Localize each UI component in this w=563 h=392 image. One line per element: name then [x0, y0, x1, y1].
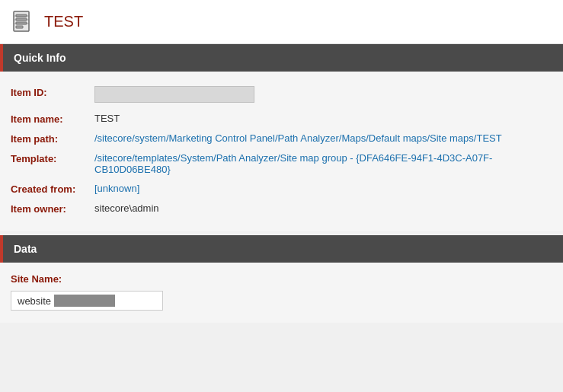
item-name-row: Item name: TEST — [11, 109, 552, 129]
template-value[interactable]: /sitecore/templates/System/Path Analyzer… — [94, 152, 552, 175]
item-id-input-display — [94, 86, 254, 103]
item-path-value[interactable]: /sitecore/system/Marketing Control Panel… — [94, 132, 552, 144]
item-owner-label: Item owner: — [11, 202, 94, 215]
item-owner-row: Item owner: sitecore\admin — [11, 199, 552, 218]
data-section-header: Data — [0, 235, 563, 263]
quick-info-section-header: Quick Info — [0, 44, 563, 72]
quick-info-label: Quick Info — [14, 52, 66, 64]
document-lines-icon — [11, 10, 35, 34]
item-path-row: Item path: /sitecore/system/Marketing Co… — [11, 129, 552, 148]
item-id-label: Item ID: — [11, 86, 94, 98]
page-title: TEST — [44, 13, 83, 30]
item-id-row: Item ID: — [11, 82, 552, 109]
created-from-value: [unknown] — [94, 183, 552, 194]
item-name-value: TEST — [94, 113, 552, 124]
site-name-input-row: website — [11, 291, 163, 311]
site-name-field-label: Site Name: — [11, 273, 552, 285]
created-from-label: Created from: — [11, 183, 94, 195]
site-name-input-display[interactable] — [54, 295, 115, 307]
svg-rect-2 — [16, 18, 27, 21]
item-id-value — [94, 86, 552, 105]
template-row: Template: /sitecore/templates/System/Pat… — [11, 148, 552, 179]
svg-rect-1 — [16, 14, 27, 17]
quick-info-content: Item ID: Item name: TEST Item path: /sit… — [0, 72, 563, 231]
item-path-label: Item path: — [11, 132, 94, 145]
app-header: TEST — [0, 0, 563, 44]
site-name-prefix: website — [18, 295, 51, 307]
svg-rect-3 — [16, 22, 27, 24]
data-section-label: Data — [14, 243, 37, 255]
template-label: Template: — [11, 152, 94, 164]
created-from-row: Created from: [unknown] — [11, 179, 552, 199]
item-owner-value: sitecore\admin — [94, 202, 552, 214]
item-name-label: Item name: — [11, 113, 94, 125]
svg-rect-4 — [16, 26, 23, 28]
data-section-content: Site Name: website — [0, 263, 563, 323]
